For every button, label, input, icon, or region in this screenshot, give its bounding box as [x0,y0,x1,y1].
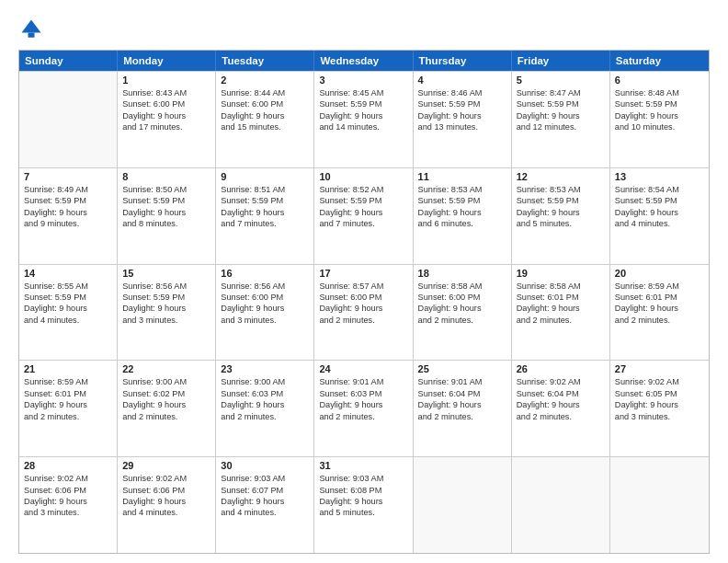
day-number: 25 [418,363,506,374]
day-info: Sunrise: 8:49 AM Sunset: 5:59 PM Dayligh… [24,184,112,230]
day-info: Sunrise: 8:56 AM Sunset: 5:59 PM Dayligh… [122,281,210,327]
calendar-row: 14Sunrise: 8:55 AM Sunset: 5:59 PM Dayli… [19,264,709,361]
day-number: 13 [615,171,704,182]
calendar-cell: 16Sunrise: 8:56 AM Sunset: 6:00 PM Dayli… [216,265,314,361]
day-info: Sunrise: 9:01 AM Sunset: 6:03 PM Dayligh… [319,376,407,422]
day-info: Sunrise: 8:56 AM Sunset: 6:00 PM Dayligh… [221,281,309,327]
day-number: 31 [319,460,407,471]
calendar-cell: 27Sunrise: 9:02 AM Sunset: 6:05 PM Dayli… [610,361,709,456]
day-info: Sunrise: 8:58 AM Sunset: 6:01 PM Dayligh… [517,281,605,327]
day-header-wednesday: Wednesday [314,51,413,71]
calendar-header: SundayMondayTuesdayWednesdayThursdayFrid… [19,51,709,71]
day-number: 2 [221,75,309,86]
day-info: Sunrise: 8:59 AM Sunset: 6:01 PM Dayligh… [24,376,112,422]
calendar-cell: 3Sunrise: 8:45 AM Sunset: 5:59 PM Daylig… [314,72,413,167]
day-number: 9 [221,171,309,182]
svg-marker-0 [22,20,41,33]
day-number: 17 [319,268,407,279]
day-number: 19 [517,268,605,279]
day-number: 23 [221,363,309,374]
calendar-cell: 5Sunrise: 8:47 AM Sunset: 5:59 PM Daylig… [512,72,610,167]
calendar-cell [512,457,610,553]
day-info: Sunrise: 8:53 AM Sunset: 5:59 PM Dayligh… [517,184,605,230]
day-info: Sunrise: 8:54 AM Sunset: 5:59 PM Dayligh… [615,184,704,230]
day-number: 22 [122,363,210,374]
calendar-cell: 31Sunrise: 9:03 AM Sunset: 6:08 PM Dayli… [314,457,413,553]
day-number: 4 [418,75,506,86]
calendar-cell: 18Sunrise: 8:58 AM Sunset: 6:00 PM Dayli… [414,265,512,361]
calendar-cell [610,457,709,553]
day-header-friday: Friday [512,51,610,71]
day-number: 27 [615,363,704,374]
day-info: Sunrise: 9:02 AM Sunset: 6:05 PM Dayligh… [615,376,704,422]
day-info: Sunrise: 8:43 AM Sunset: 6:00 PM Dayligh… [122,87,210,133]
day-info: Sunrise: 8:50 AM Sunset: 5:59 PM Dayligh… [122,184,210,230]
day-number: 29 [122,460,210,471]
page: SundayMondayTuesdayWednesdayThursdayFrid… [0,0,728,563]
calendar-cell: 7Sunrise: 8:49 AM Sunset: 5:59 PM Daylig… [19,168,118,264]
day-info: Sunrise: 9:02 AM Sunset: 6:06 PM Dayligh… [24,473,112,519]
calendar-cell: 17Sunrise: 8:57 AM Sunset: 6:00 PM Dayli… [314,265,413,361]
day-number: 30 [221,460,309,471]
calendar-cell: 22Sunrise: 9:00 AM Sunset: 6:02 PM Dayli… [118,361,216,456]
calendar-cell: 2Sunrise: 8:44 AM Sunset: 6:00 PM Daylig… [216,72,314,167]
day-header-monday: Monday [118,51,216,71]
day-number: 16 [221,268,309,279]
day-info: Sunrise: 8:44 AM Sunset: 6:00 PM Dayligh… [221,87,309,133]
calendar-cell: 28Sunrise: 9:02 AM Sunset: 6:06 PM Dayli… [19,457,118,553]
calendar-cell [414,457,512,553]
calendar: SundayMondayTuesdayWednesdayThursdayFrid… [18,50,710,554]
calendar-row: 28Sunrise: 9:02 AM Sunset: 6:06 PM Dayli… [19,456,709,553]
day-number: 11 [418,171,506,182]
day-info: Sunrise: 9:02 AM Sunset: 6:06 PM Dayligh… [122,473,210,519]
calendar-row: 1Sunrise: 8:43 AM Sunset: 6:00 PM Daylig… [19,71,709,167]
calendar-cell: 6Sunrise: 8:48 AM Sunset: 5:59 PM Daylig… [610,72,709,167]
calendar-cell: 1Sunrise: 8:43 AM Sunset: 6:00 PM Daylig… [118,72,216,167]
day-info: Sunrise: 8:58 AM Sunset: 6:00 PM Dayligh… [418,281,506,327]
calendar-cell: 21Sunrise: 8:59 AM Sunset: 6:01 PM Dayli… [19,361,118,456]
calendar-cell: 26Sunrise: 9:02 AM Sunset: 6:04 PM Dayli… [512,361,610,456]
day-info: Sunrise: 8:46 AM Sunset: 5:59 PM Dayligh… [418,87,506,133]
day-info: Sunrise: 8:52 AM Sunset: 5:59 PM Dayligh… [319,184,407,230]
day-info: Sunrise: 9:03 AM Sunset: 6:07 PM Dayligh… [221,473,309,519]
calendar-cell: 13Sunrise: 8:54 AM Sunset: 5:59 PM Dayli… [610,168,709,264]
day-info: Sunrise: 8:48 AM Sunset: 5:59 PM Dayligh… [615,87,704,133]
day-number: 3 [319,75,407,86]
day-number: 8 [122,171,210,182]
calendar-cell: 4Sunrise: 8:46 AM Sunset: 5:59 PM Daylig… [414,72,512,167]
calendar-row: 21Sunrise: 8:59 AM Sunset: 6:01 PM Dayli… [19,360,709,456]
day-info: Sunrise: 8:51 AM Sunset: 5:59 PM Dayligh… [221,184,309,230]
day-number: 18 [418,268,506,279]
calendar-cell: 19Sunrise: 8:58 AM Sunset: 6:01 PM Dayli… [512,265,610,361]
day-number: 21 [24,363,112,374]
day-number: 24 [319,363,407,374]
day-info: Sunrise: 8:53 AM Sunset: 5:59 PM Dayligh… [418,184,506,230]
day-info: Sunrise: 8:45 AM Sunset: 5:59 PM Dayligh… [319,87,407,133]
day-number: 7 [24,171,112,182]
day-number: 6 [615,75,704,86]
calendar-cell: 15Sunrise: 8:56 AM Sunset: 5:59 PM Dayli… [118,265,216,361]
day-number: 5 [517,75,605,86]
day-info: Sunrise: 9:00 AM Sunset: 6:03 PM Dayligh… [221,376,309,422]
day-number: 12 [517,171,605,182]
day-info: Sunrise: 8:57 AM Sunset: 6:00 PM Dayligh… [319,281,407,327]
logo [18,17,48,42]
calendar-cell: 30Sunrise: 9:03 AM Sunset: 6:07 PM Dayli… [216,457,314,553]
calendar-cell: 12Sunrise: 8:53 AM Sunset: 5:59 PM Dayli… [512,168,610,264]
day-number: 26 [517,363,605,374]
day-header-sunday: Sunday [19,51,118,71]
calendar-cell: 25Sunrise: 9:01 AM Sunset: 6:04 PM Dayli… [414,361,512,456]
day-info: Sunrise: 9:01 AM Sunset: 6:04 PM Dayligh… [418,376,506,422]
calendar-cell: 8Sunrise: 8:50 AM Sunset: 5:59 PM Daylig… [118,168,216,264]
day-header-tuesday: Tuesday [216,51,314,71]
calendar-body: 1Sunrise: 8:43 AM Sunset: 6:00 PM Daylig… [19,71,709,553]
day-info: Sunrise: 8:47 AM Sunset: 5:59 PM Dayligh… [517,87,605,133]
day-number: 28 [24,460,112,471]
day-header-saturday: Saturday [610,51,709,71]
calendar-cell [19,72,118,167]
calendar-cell: 24Sunrise: 9:01 AM Sunset: 6:03 PM Dayli… [314,361,413,456]
day-number: 20 [615,268,704,279]
calendar-cell: 9Sunrise: 8:51 AM Sunset: 5:59 PM Daylig… [216,168,314,264]
logo-icon [18,17,44,42]
day-info: Sunrise: 8:59 AM Sunset: 6:01 PM Dayligh… [615,281,704,327]
